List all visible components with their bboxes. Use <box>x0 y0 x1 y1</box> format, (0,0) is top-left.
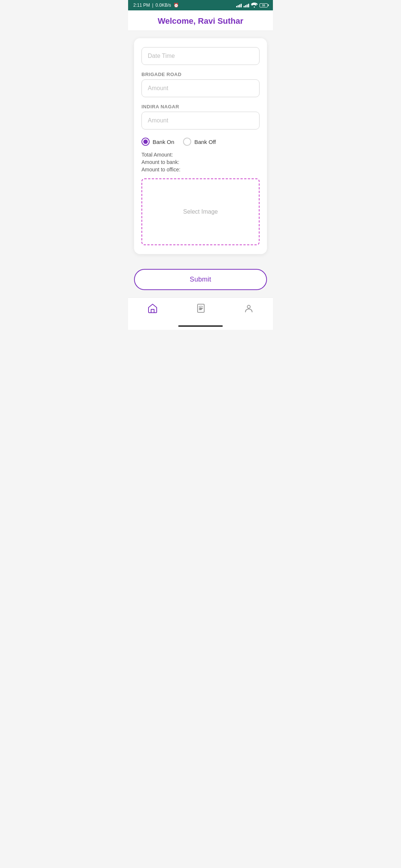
home-indicator <box>128 324 273 330</box>
total-amount-line: Total Amount: <box>141 152 260 158</box>
svg-rect-4 <box>199 306 202 307</box>
nav-report[interactable] <box>190 302 212 316</box>
indira-nagar-amount-input[interactable] <box>141 112 260 129</box>
select-image-box[interactable]: Select Image <box>141 178 260 245</box>
home-indicator-bar <box>178 325 223 327</box>
bank-off-option[interactable]: Bank Off <box>183 138 216 146</box>
signal-icon-2 <box>244 3 249 7</box>
select-image-text: Select Image <box>183 208 218 215</box>
bank-on-dot <box>143 139 148 144</box>
data-speed: | <box>152 3 153 8</box>
alarm-icon: ⏰ <box>173 3 179 8</box>
nav-profile[interactable] <box>238 302 260 316</box>
amount-to-office-line: Amount to office: <box>141 167 260 172</box>
nav-home[interactable] <box>141 302 164 316</box>
submit-button[interactable]: Submit <box>134 269 267 290</box>
signal-icon <box>236 3 242 7</box>
welcome-title: Welcome, Ravi Suthar <box>136 16 265 26</box>
header: Welcome, Ravi Suthar <box>128 10 273 31</box>
bottom-nav <box>128 297 273 324</box>
bank-off-label: Bank Off <box>194 139 216 145</box>
indira-nagar-label: INDIRA NAGAR <box>141 104 260 109</box>
status-right: 55 <box>236 3 268 8</box>
wifi-icon <box>251 3 258 8</box>
time-display: 2:11 PM <box>133 3 150 8</box>
bank-on-label: Bank On <box>153 139 174 145</box>
profile-icon <box>244 303 254 315</box>
bank-toggle-group: Bank On Bank Off <box>141 138 260 146</box>
submit-section: Submit <box>128 262 273 297</box>
main-content: BRIGADE ROAD INDIRA NAGAR Bank On Bank O… <box>128 31 273 262</box>
date-time-input[interactable] <box>141 47 260 65</box>
brigade-road-amount-input[interactable] <box>141 79 260 97</box>
bank-on-option[interactable]: Bank On <box>141 138 174 146</box>
battery-level: 55 <box>262 4 265 7</box>
form-card: BRIGADE ROAD INDIRA NAGAR Bank On Bank O… <box>134 38 267 254</box>
status-left: 2:11 PM | 0.0KB/s ⏰ <box>133 3 179 8</box>
amount-to-bank-line: Amount to bank: <box>141 159 260 165</box>
bank-off-radio[interactable] <box>183 138 191 146</box>
status-bar: 2:11 PM | 0.0KB/s ⏰ 55 <box>128 0 273 10</box>
amount-info-section: Total Amount: Amount to bank: Amount to … <box>141 152 260 172</box>
brigade-road-label: BRIGADE ROAD <box>141 72 260 77</box>
report-icon <box>196 303 206 315</box>
svg-point-7 <box>247 305 250 308</box>
bank-on-radio[interactable] <box>141 138 150 146</box>
battery-icon: 55 <box>260 3 268 7</box>
home-icon <box>147 303 158 315</box>
data-speed-value: 0.0KB/s <box>156 3 171 8</box>
